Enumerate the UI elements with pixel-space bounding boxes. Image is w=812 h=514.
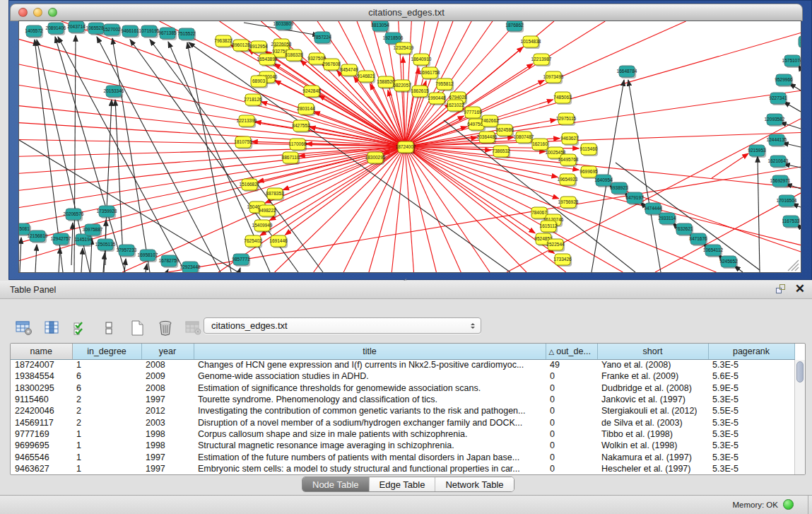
network-node[interactable]: 1527002 xyxy=(102,24,121,37)
network-node[interactable]: 7632621 xyxy=(675,223,693,236)
column-header-year[interactable]: year xyxy=(141,344,194,359)
table-cell[interactable]: 2009 xyxy=(141,370,194,382)
black-edge[interactable] xyxy=(59,247,60,272)
row-height-icon[interactable] xyxy=(99,317,119,339)
network-node[interactable]: 12112 xyxy=(799,36,801,49)
network-node[interactable]: 7963822 xyxy=(214,35,233,48)
table-cell[interactable]: Investigating the contribution of common… xyxy=(194,405,546,416)
table-cell[interactable]: 18724007 xyxy=(11,359,72,370)
table-cell[interactable]: Disruption of a novel member of a sodium… xyxy=(194,416,546,428)
table-cell[interactable]: Franke et al. (2009) xyxy=(597,370,708,382)
table-scrollbar[interactable] xyxy=(794,360,805,474)
table-cell[interactable]: 0 xyxy=(546,463,597,474)
scrollbar-thumb[interactable] xyxy=(796,361,804,382)
table-cell[interactable]: 5.3E-5 xyxy=(708,359,794,370)
column-header-out_de[interactable]: △out_de... xyxy=(546,344,597,359)
table-row[interactable]: 946362711997Embryonic stem cells: a mode… xyxy=(11,463,794,474)
table-cell[interactable]: Wolkin et al. (1998) xyxy=(597,440,708,451)
table-cell[interactable]: Jankovic et al. (1997) xyxy=(597,394,708,405)
table-cell[interactable]: 1998 xyxy=(141,440,194,451)
network-node[interactable]: 17359928 xyxy=(97,206,117,218)
table-cell[interactable]: Estimation of significance thresholds fo… xyxy=(194,382,546,394)
red-edge[interactable] xyxy=(314,112,405,146)
network-node[interactable]: 10719195 xyxy=(139,25,160,38)
table-cell[interactable]: 0 xyxy=(546,405,597,416)
network-node[interactable]: 12942757 xyxy=(51,233,71,246)
table-cell[interactable]: 9777169 xyxy=(11,428,72,440)
table-cell[interactable]: 9463627 xyxy=(11,463,72,474)
table-cell[interactable]: 49 xyxy=(546,359,597,370)
network-node[interactable]: 2967608 xyxy=(322,59,341,71)
black-edge[interactable] xyxy=(187,42,231,272)
network-node[interactable]: 8427552 xyxy=(292,120,310,133)
canvas-resize-grip-icon[interactable] xyxy=(788,260,799,271)
network-node[interactable]: 8878353 xyxy=(266,188,284,201)
network-node[interactable]: 12213399 xyxy=(237,115,257,128)
table-cell[interactable]: Hescheler et al. (1997) xyxy=(597,463,708,474)
network-node[interactable]: 1862615 xyxy=(411,86,429,98)
network-node[interactable]: 12505135 xyxy=(95,239,116,252)
table-cell[interactable]: de Silva et al. (2003) xyxy=(597,416,708,428)
network-node[interactable]: 12975115 xyxy=(556,113,577,126)
network-node[interactable]: 1990448 xyxy=(428,93,446,105)
black-edge[interactable] xyxy=(35,245,37,272)
network-node[interactable]: 9466161 xyxy=(121,25,139,38)
red-edge[interactable] xyxy=(405,33,801,146)
table-cell[interactable]: 0 xyxy=(546,382,597,394)
table-row[interactable]: 969969511998Structural magnetic resonanc… xyxy=(11,440,794,451)
table-cell[interactable]: 2012 xyxy=(141,405,194,416)
network-node[interactable]: 20891406 xyxy=(46,23,66,35)
network-node[interactable]: 1167533 xyxy=(782,216,801,228)
red-edge[interactable] xyxy=(19,146,405,243)
network-node[interactable]: 17016504 xyxy=(777,195,797,208)
network-node[interactable]: 1621022 xyxy=(446,100,464,112)
table-cell[interactable]: 0 xyxy=(546,440,597,451)
table-cell[interactable]: 22420046 xyxy=(11,405,72,416)
black-edge[interactable] xyxy=(616,163,760,270)
network-node[interactable]: 8912954 xyxy=(249,41,268,54)
table-cell[interactable]: 2003 xyxy=(141,416,194,428)
network-node[interactable]: 18640910 xyxy=(411,54,432,66)
network-node[interactable]: 9777169 xyxy=(464,107,482,119)
window-titlebar[interactable]: citations_edges.txt xyxy=(10,4,803,21)
table-settings-icon[interactable] xyxy=(14,317,34,339)
table-cell[interactable]: 9699695 xyxy=(11,440,72,451)
network-node[interactable]: 16543892 xyxy=(257,54,278,66)
network-node[interactable]: 16958107 xyxy=(138,250,158,262)
network-node[interactable]: 9498222 xyxy=(258,205,276,218)
network-node[interactable]: 19756928 xyxy=(558,197,579,209)
table-cell[interactable]: 5.3E-5 xyxy=(708,428,794,440)
table-cell[interactable]: 6 xyxy=(72,370,141,382)
network-node[interactable]: 17957233 xyxy=(117,245,137,257)
network-node[interactable]: 2933114 xyxy=(659,213,677,226)
network-canvas[interactable]: 1405572208914062043714106552871527002946… xyxy=(19,21,801,272)
table-cell[interactable]: 0 xyxy=(546,394,597,405)
close-panel-icon[interactable]: ✕ xyxy=(795,283,805,296)
table-cell[interactable]: 2008 xyxy=(141,359,194,370)
red-edge[interactable] xyxy=(19,40,405,146)
table-row[interactable]: 1456911722003Disruption of a novel membe… xyxy=(11,416,794,428)
network-node[interactable]: 16033809 xyxy=(273,21,294,31)
table-cell[interactable]: Tibbo et al. (1998) xyxy=(597,428,708,440)
network-node[interactable]: 6479197 xyxy=(625,192,644,205)
table-cell[interactable]: Dudbridge et al. (2008) xyxy=(597,382,708,394)
tab-edge-table[interactable]: Edge Table xyxy=(370,477,436,491)
network-node[interactable]: 1810755 xyxy=(234,136,252,149)
network-node[interactable]: 1615112 xyxy=(540,221,558,233)
network-node[interactable]: 8813054 xyxy=(371,21,389,33)
column-header-in_degree[interactable]: in_degree xyxy=(72,344,141,359)
table-cell[interactable]: 2 xyxy=(72,416,141,428)
red-edge[interactable] xyxy=(712,153,748,178)
table-cell[interactable]: 1997 xyxy=(141,394,194,405)
table-cell[interactable]: Structural magnetic resonance image aver… xyxy=(194,440,546,451)
column-header-short[interactable]: short xyxy=(597,344,708,359)
network-node[interactable]: 12325419 xyxy=(394,42,414,55)
table-cell[interactable]: 6 xyxy=(72,382,141,394)
network-node[interactable]: 7462662 xyxy=(481,115,499,128)
table-cell[interactable]: 1 xyxy=(72,359,141,370)
network-node[interactable]: 16782759 xyxy=(159,255,180,268)
table-cell[interactable]: 2 xyxy=(72,394,141,405)
column-header-name[interactable]: name xyxy=(11,344,72,359)
network-node[interactable]: 12444135 xyxy=(767,134,787,147)
table-selector-dropdown[interactable]: citations_edges.txt xyxy=(204,317,481,334)
